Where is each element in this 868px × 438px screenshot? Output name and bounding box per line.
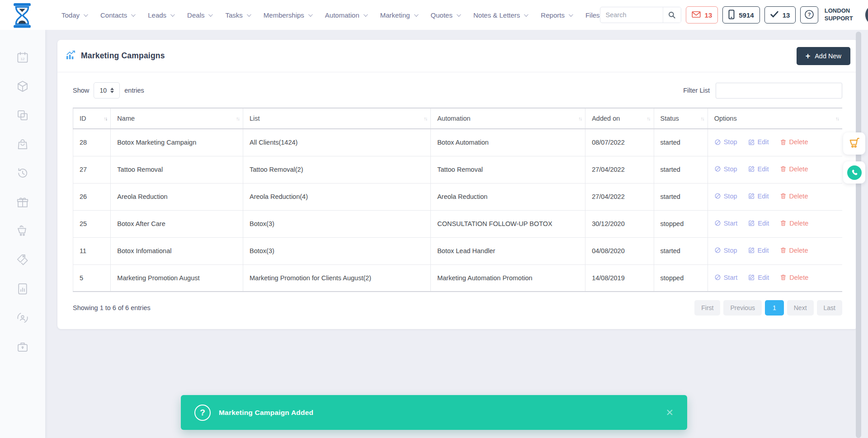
cell-name: Areola Reduction <box>111 183 243 210</box>
cell-options: StartEditDelete <box>708 210 842 237</box>
campaign-table-body: 28Botox Marketing CampaignAll Clients(14… <box>73 129 843 292</box>
nav-marketing[interactable]: Marketing <box>380 11 417 19</box>
toast-close-icon[interactable]: ✕ <box>665 408 674 417</box>
pagination-page-1[interactable]: 1 <box>765 300 784 316</box>
delete-link[interactable]: Delete <box>780 193 808 200</box>
table-footer: Showing 1 to 6 of 6 entries FirstPreviou… <box>73 300 842 316</box>
table-header-row: ID↑↓Name↑↓List↑↓Automation↑↓Added on↑↓St… <box>73 108 843 129</box>
page-length-select[interactable]: 10 <box>94 82 120 99</box>
logo-hourglass-icon[interactable] <box>13 3 32 27</box>
sort-arrows-icon: ↑↓ <box>835 116 839 121</box>
delete-link[interactable]: Delete <box>780 274 808 281</box>
nav-quotes[interactable]: Quotes <box>431 11 460 19</box>
table-controls: Show 10 entries Filter List <box>73 82 842 99</box>
column-header-id[interactable]: ID↑↓ <box>73 108 111 129</box>
windows-icon[interactable] <box>16 108 29 122</box>
nav-contacts[interactable]: Contacts <box>100 11 134 19</box>
nav-reports[interactable]: Reports <box>541 11 572 19</box>
cell-id: 26 <box>73 183 111 210</box>
phone-badge[interactable]: 5914 <box>722 6 760 24</box>
avatar[interactable] <box>865 5 868 24</box>
column-header-options[interactable]: Options↑↓ <box>708 108 842 129</box>
phone-count: 5914 <box>739 11 754 19</box>
nav-today[interactable]: Today <box>61 11 87 19</box>
cell-automation: Tattoo Removal <box>431 156 585 183</box>
nav-tasks[interactable]: Tasks <box>225 11 250 19</box>
start-link[interactable]: Start <box>714 220 738 227</box>
pagination-last[interactable]: Last <box>817 300 842 316</box>
nav-memberships[interactable]: Memberships <box>264 11 311 19</box>
nav-leads[interactable]: Leads <box>148 11 174 19</box>
stop-link[interactable]: Stop <box>714 247 737 254</box>
column-header-added-on[interactable]: Added on↑↓ <box>585 108 654 129</box>
edit-link[interactable]: Edit <box>748 165 769 173</box>
column-header-list[interactable]: List↑↓ <box>243 108 431 129</box>
tasks-badge[interactable]: 13 <box>764 6 796 24</box>
stop-link[interactable]: Stop <box>714 165 737 173</box>
cart-float-button[interactable] <box>843 132 865 155</box>
cell-id: 28 <box>73 129 111 156</box>
pagination-previous[interactable]: Previous <box>723 300 761 316</box>
cell-status: stopped <box>654 210 708 237</box>
add-new-button[interactable]: + Add New <box>797 47 850 65</box>
stop-link[interactable]: Stop <box>714 138 737 146</box>
briefcase-icon[interactable] <box>16 340 29 353</box>
nav-deals[interactable]: Deals <box>187 11 212 19</box>
delete-link[interactable]: Delete <box>780 247 808 254</box>
search-input[interactable] <box>600 11 663 19</box>
calendar-icon[interactable]: 12 <box>16 51 29 64</box>
package-icon[interactable] <box>16 80 29 93</box>
cell-name: Botox Infomational <box>111 237 243 264</box>
history-icon[interactable] <box>16 166 29 180</box>
phone-float-button[interactable] <box>843 161 865 184</box>
edit-link[interactable]: Edit <box>748 247 769 254</box>
delete-link[interactable]: Delete <box>780 138 808 146</box>
chevron-down-icon <box>414 12 419 17</box>
cell-added-on: 04/08/2020 <box>585 237 654 264</box>
chevron-down-icon <box>457 12 461 17</box>
support-icon[interactable] <box>16 311 29 325</box>
pagination-next[interactable]: Next <box>787 300 814 316</box>
sort-arrows-icon: ↑↓ <box>104 116 107 121</box>
stop-link[interactable]: Stop <box>714 193 737 200</box>
cart-icon <box>848 137 861 151</box>
topbar-right: 13 5914 13 ? LONDON SUPPORT <box>600 5 868 24</box>
edit-link[interactable]: Edit <box>748 138 769 146</box>
nav-notes-letters[interactable]: Notes & Letters <box>473 11 527 19</box>
tasks-count: 13 <box>783 11 790 19</box>
start-link[interactable]: Start <box>714 274 738 281</box>
chevron-down-icon <box>247 12 251 17</box>
column-header-automation[interactable]: Automation↑↓ <box>431 108 585 129</box>
report-icon[interactable] <box>16 282 29 296</box>
cell-list: Areola Reduction(4) <box>243 183 431 210</box>
column-header-status[interactable]: Status↑↓ <box>654 108 708 129</box>
cell-name: Tattoo Removal <box>111 156 243 183</box>
edit-link[interactable]: Edit <box>748 193 769 200</box>
chevron-down-icon <box>170 12 175 17</box>
help-button[interactable]: ? <box>800 6 818 24</box>
delete-link[interactable]: Delete <box>780 165 808 173</box>
pagination: FirstPrevious1NextLast <box>694 300 842 316</box>
cell-list: Marketing Promotion for Clients August(2… <box>243 264 431 292</box>
chevron-down-icon <box>208 12 213 17</box>
cell-options: StopEditDelete <box>708 237 842 264</box>
edit-link[interactable]: Edit <box>748 220 769 227</box>
edit-link[interactable]: Edit <box>748 274 769 281</box>
table-row: 26Areola ReductionAreola Reduction(4)Are… <box>73 183 843 210</box>
cart-icon[interactable] <box>16 224 29 238</box>
bag-icon[interactable] <box>16 137 29 151</box>
tags-icon[interactable] <box>16 253 29 267</box>
search-icon[interactable] <box>663 7 681 23</box>
gift-icon[interactable] <box>16 195 29 209</box>
column-header-name[interactable]: Name↑↓ <box>111 108 243 129</box>
sidebar: 12 <box>0 30 45 438</box>
cell-options: StopEditDelete <box>708 183 842 210</box>
filter-input[interactable] <box>716 83 842 99</box>
delete-link[interactable]: Delete <box>780 220 808 227</box>
messages-badge[interactable]: 13 <box>686 6 718 24</box>
scrollbar[interactable] <box>856 32 861 438</box>
pagination-first[interactable]: First <box>694 300 720 316</box>
cell-list: Tattoo Removal(2) <box>243 156 431 183</box>
nav-files[interactable]: Files <box>585 11 600 19</box>
nav-automation[interactable]: Automation <box>325 11 367 19</box>
